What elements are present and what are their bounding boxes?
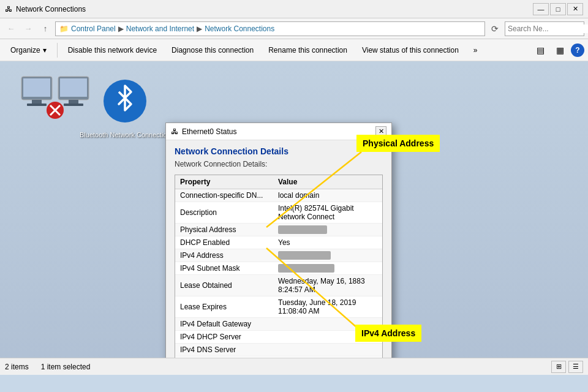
ethernet-status-dialog: 🖧 Ethernet0 Status ✕ Network Connection … bbox=[165, 123, 392, 375]
window-icon: 🖧 bbox=[5, 5, 12, 13]
title-bar-left: 🖧 Network Connections bbox=[5, 5, 86, 13]
bluetooth-network-icon[interactable]: Bluetooth Network Connection bbox=[80, 74, 171, 138]
table-row: Lease ExpiresTuesday, June 18, 2019 11:0… bbox=[175, 296, 382, 318]
bluetooth-icon-svg bbox=[100, 74, 149, 129]
status-left: 2 items 1 item selected bbox=[5, 363, 90, 371]
property-cell: Physical Address bbox=[175, 224, 273, 236]
property-cell: Lease Expires bbox=[175, 296, 273, 318]
title-bar-controls: — □ ✕ bbox=[533, 3, 583, 15]
table-row: DescriptionIntel(R) 82574L Gigabit Netwo… bbox=[175, 202, 382, 224]
svg-rect-6 bbox=[69, 100, 78, 104]
diagnose-button[interactable]: Diagnose this connection bbox=[165, 42, 260, 59]
toolbar-right: ▤ ▦ ? bbox=[532, 42, 584, 59]
dialog-icon: 🖧 bbox=[171, 127, 178, 136]
value-cell bbox=[273, 344, 382, 356]
up-button[interactable]: ↑ bbox=[38, 21, 53, 36]
disable-network-button[interactable]: Disable this network device bbox=[61, 42, 164, 59]
search-input[interactable] bbox=[508, 24, 588, 33]
table-row: IPv4 Subnet Mask████████████ bbox=[175, 262, 382, 275]
col-header-property: Property bbox=[175, 175, 273, 189]
minimize-button[interactable]: — bbox=[533, 3, 549, 15]
property-cell: Description bbox=[175, 202, 273, 224]
value-cell: ████████████ bbox=[273, 262, 382, 275]
property-cell: IPv4 Subnet Mask bbox=[175, 262, 273, 275]
dialog-title-text: Ethernet0 Status bbox=[182, 127, 236, 136]
value-cell: ███████████ bbox=[273, 249, 382, 262]
help-button[interactable]: ? bbox=[571, 43, 584, 57]
value-cell bbox=[273, 318, 382, 331]
table-row: IPv4 DHCP Server bbox=[175, 331, 382, 344]
toolbar: Organize ▾ Disable this network device D… bbox=[0, 39, 588, 61]
dialog-subheading: Network Connection Details: bbox=[166, 160, 391, 172]
folder-icon: 📁 bbox=[59, 24, 69, 33]
value-cell bbox=[273, 331, 382, 344]
toolbar-separator-1 bbox=[57, 43, 58, 58]
value-cell: local domain bbox=[273, 189, 382, 202]
property-cell: Lease Obtained bbox=[175, 275, 273, 296]
rename-button[interactable]: Rename this connection bbox=[262, 42, 354, 59]
property-cell: DHCP Enabled bbox=[175, 236, 273, 249]
dialog-title-bar: 🖧 Ethernet0 Status ✕ bbox=[166, 123, 391, 140]
value-cell: ██████████ bbox=[273, 224, 382, 236]
search-box: 🔍 bbox=[505, 21, 584, 36]
details-table-container[interactable]: Property Value Connection-specific DN...… bbox=[175, 175, 383, 358]
selected-count: 1 item selected bbox=[41, 363, 91, 371]
property-cell: IPv4 DNS Server bbox=[175, 344, 273, 356]
table-row: IPv4 Address███████████ bbox=[175, 249, 382, 262]
svg-rect-1 bbox=[23, 78, 50, 97]
table-row: Lease ObtainedWednesday, May 16, 1883 8:… bbox=[175, 275, 382, 296]
organize-button[interactable]: Organize ▾ bbox=[4, 42, 53, 59]
path-network-internet[interactable]: Network and Internet bbox=[126, 24, 194, 33]
value-cell: Wednesday, May 16, 1883 8:24:57 AM bbox=[273, 275, 382, 296]
status-right: ⊞ ☰ bbox=[551, 361, 583, 373]
details-table: Property Value Connection-specific DN...… bbox=[175, 175, 382, 358]
table-row: IPv4 DNS Server bbox=[175, 344, 382, 356]
view-status-button[interactable]: View status of this connection bbox=[355, 42, 466, 59]
view-toggle-button[interactable]: ▤ bbox=[532, 42, 549, 59]
value-cell: Intel(R) 82574L Gigabit Network Connect bbox=[273, 202, 382, 224]
forward-button[interactable]: → bbox=[21, 21, 36, 36]
table-row: DHCP EnabledYes bbox=[175, 236, 382, 249]
property-cell: Connection-specific DN... bbox=[175, 189, 273, 202]
back-button[interactable]: ← bbox=[4, 21, 18, 36]
value-cell: Yes bbox=[273, 236, 382, 249]
status-view-button-1[interactable]: ⊞ bbox=[551, 361, 566, 373]
view-toggle-button-2[interactable]: ▦ bbox=[551, 42, 568, 59]
maximize-button[interactable]: □ bbox=[550, 3, 566, 15]
address-path: 📁 Control Panel ▶ Network and Internet ▶… bbox=[55, 21, 485, 36]
table-row: Connection-specific DN...local domain bbox=[175, 189, 382, 202]
status-view-button-2[interactable]: ☰ bbox=[568, 361, 583, 373]
window-title: Network Connections bbox=[16, 5, 86, 13]
path-network-connections[interactable]: Network Connections bbox=[205, 24, 274, 33]
status-bar: 2 items 1 item selected ⊞ ☰ bbox=[0, 358, 588, 375]
item-count: 2 items bbox=[5, 363, 29, 371]
address-bar: ← → ↑ 📁 Control Panel ▶ Network and Inte… bbox=[0, 18, 588, 39]
main-content: Bluetooth Network Connection 🖧 Ethernet0… bbox=[0, 61, 588, 375]
dialog-title-left: 🖧 Ethernet0 Status bbox=[171, 127, 236, 136]
refresh-button[interactable]: ⟳ bbox=[488, 21, 502, 36]
close-button[interactable]: ✕ bbox=[567, 3, 583, 15]
bluetooth-label: Bluetooth Network Connection bbox=[80, 131, 171, 138]
value-cell: Tuesday, June 18, 2019 11:08:40 AM bbox=[273, 296, 382, 318]
dialog-heading: Network Connection Details bbox=[166, 140, 391, 160]
table-row: IPv4 Default Gateway bbox=[175, 318, 382, 331]
title-bar: 🖧 Network Connections — □ ✕ bbox=[0, 0, 588, 18]
col-header-value: Value bbox=[273, 175, 382, 189]
property-cell: IPv4 DHCP Server bbox=[175, 331, 273, 344]
svg-rect-2 bbox=[32, 100, 42, 104]
property-cell: IPv4 Address bbox=[175, 249, 273, 262]
property-cell: IPv4 Default Gateway bbox=[175, 318, 273, 331]
more-options-button[interactable]: » bbox=[467, 42, 484, 59]
svg-rect-3 bbox=[27, 104, 47, 106]
path-control-panel[interactable]: Control Panel bbox=[71, 24, 116, 33]
table-row: Physical Address██████████ bbox=[175, 224, 382, 236]
dialog-close-x-button[interactable]: ✕ bbox=[375, 126, 386, 137]
